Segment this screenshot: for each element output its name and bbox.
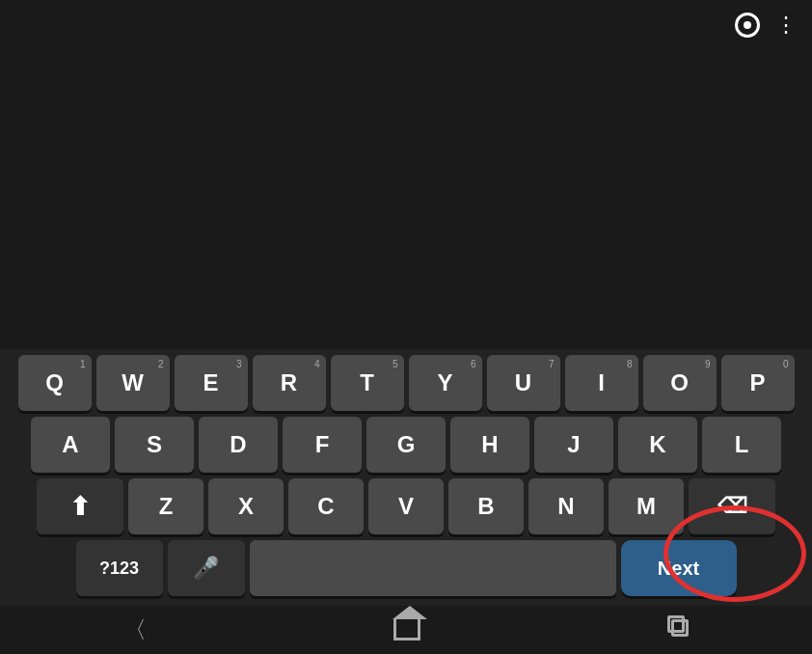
key-t[interactable]: 5T bbox=[331, 355, 404, 411]
key-d[interactable]: D bbox=[199, 417, 278, 473]
key-v[interactable]: V bbox=[368, 478, 444, 534]
keyboard: 1Q 2W 3E 4R 5T 6Y 7U 8I 9O 0P A S D F G … bbox=[0, 349, 812, 606]
scan-icon[interactable] bbox=[735, 13, 760, 38]
home-roof-icon bbox=[392, 606, 427, 619]
keyboard-row-4: ?123 🎤 Next bbox=[4, 540, 808, 596]
key-o[interactable]: 9O bbox=[643, 355, 717, 411]
sym-key[interactable]: ?123 bbox=[76, 540, 163, 596]
key-b[interactable]: B bbox=[448, 478, 524, 534]
back-button[interactable]: 〈 bbox=[123, 614, 147, 645]
key-n[interactable]: N bbox=[528, 478, 604, 534]
key-h[interactable]: H bbox=[450, 417, 529, 473]
backspace-key[interactable]: ⌫ bbox=[689, 478, 775, 534]
key-e[interactable]: 3E bbox=[175, 355, 248, 411]
key-w[interactable]: 2W bbox=[96, 355, 170, 411]
key-g[interactable]: G bbox=[366, 417, 446, 473]
key-s[interactable]: S bbox=[115, 417, 194, 473]
key-k[interactable]: K bbox=[618, 417, 697, 473]
key-c[interactable]: C bbox=[288, 478, 364, 534]
key-x[interactable]: X bbox=[208, 478, 284, 534]
key-j[interactable]: J bbox=[534, 417, 613, 473]
key-f[interactable]: F bbox=[283, 417, 362, 473]
key-y[interactable]: 6Y bbox=[409, 355, 482, 411]
key-u[interactable]: 7U bbox=[487, 355, 560, 411]
mic-key[interactable]: 🎤 bbox=[168, 540, 245, 596]
key-m[interactable]: M bbox=[609, 478, 684, 534]
key-a[interactable]: A bbox=[31, 417, 110, 473]
keyboard-row-3: ⬆ Z X C V B N M ⌫ bbox=[4, 478, 808, 534]
key-q[interactable]: 1Q bbox=[18, 355, 92, 411]
mic-icon: 🎤 bbox=[193, 556, 219, 581]
keyboard-row-1: 1Q 2W 3E 4R 5T 6Y 7U 8I 9O 0P bbox=[4, 355, 808, 411]
recents-button[interactable] bbox=[667, 619, 689, 640]
key-p[interactable]: 0P bbox=[721, 355, 795, 411]
home-button[interactable] bbox=[393, 619, 420, 640]
key-z[interactable]: Z bbox=[128, 478, 203, 534]
key-i[interactable]: 8I bbox=[565, 355, 638, 411]
key-r[interactable]: 4R bbox=[253, 355, 326, 411]
more-options-icon[interactable]: ⋮ bbox=[775, 13, 797, 38]
top-bar: ⋮ bbox=[0, 0, 812, 50]
shift-key[interactable]: ⬆ bbox=[37, 478, 123, 534]
next-key[interactable]: Next bbox=[621, 540, 737, 596]
backspace-icon: ⌫ bbox=[717, 494, 747, 519]
shift-arrow-icon: ⬆ bbox=[69, 494, 91, 519]
recents-back-icon bbox=[667, 615, 685, 633]
key-l[interactable]: L bbox=[702, 417, 781, 473]
space-key[interactable] bbox=[250, 540, 616, 596]
navigation-bar: 〈 bbox=[0, 606, 812, 654]
keyboard-row-2: A S D F G H J K L bbox=[4, 417, 808, 473]
